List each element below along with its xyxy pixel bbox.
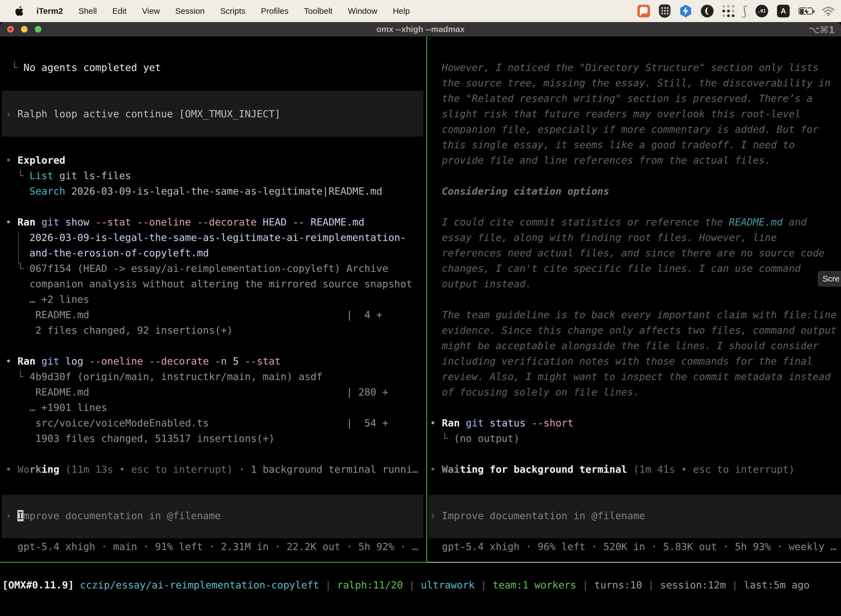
moon-icon[interactable] xyxy=(701,5,714,18)
menu-item-scripts[interactable]: Scripts xyxy=(212,6,253,16)
omx-status-bar: [OMX#0.11.9] cczip/essay/ai-reimplementa… xyxy=(2,577,810,593)
menu-item-toolbelt[interactable]: Toolbelt xyxy=(296,6,340,16)
terminal-line: including verification notes with those … xyxy=(430,353,813,369)
hex-bolt-icon[interactable] xyxy=(679,5,692,18)
terminal-line: output instead. xyxy=(430,276,532,292)
terminal-line: essay file, along with finding root file… xyxy=(430,230,777,245)
terminal-line: └ List git ls-files xyxy=(6,168,131,183)
terminal-line: of focusing solely on file lines. xyxy=(430,384,639,400)
keyboard-a-icon[interactable]: A xyxy=(777,5,790,18)
pane-border-bottom-active xyxy=(0,562,426,563)
circle-61-icon[interactable]: ..61 xyxy=(756,5,768,18)
hook-icon[interactable]: ʃ xyxy=(743,5,747,18)
terminal-line: I could cite commit statistics or refere… xyxy=(430,214,806,230)
pane-border-bottom-inactive xyxy=(427,562,841,563)
terminal-line: companion analysis without altering the … xyxy=(6,276,412,292)
terminal-line: 1903 files changed, 513517 insertions(+) xyxy=(6,431,274,446)
terminal-line: The team guideline is to back every impo… xyxy=(430,307,837,323)
terminal-line: companion file, especially if more comme… xyxy=(430,122,819,137)
menu-bar: iTerm2ShellEditViewSessionScriptsProfile… xyxy=(0,0,841,22)
battery-icon[interactable] xyxy=(799,7,813,15)
apple-logo-icon[interactable] xyxy=(14,6,24,16)
terminal-line: • Ran git log --oneline --decorate -n 5 … xyxy=(6,353,281,369)
terminal-line: this single essay, it seems like a good … xyxy=(430,137,795,153)
menu-item-view[interactable]: View xyxy=(134,6,167,16)
terminal-line: … +2 lines xyxy=(6,292,89,307)
terminal-line: › Improve documentation in @filename xyxy=(430,508,645,524)
menu-item-shell[interactable]: Shell xyxy=(70,6,105,16)
terminal-line: gpt-5.4 xhigh · 96% left · 520K in · 5.8… xyxy=(430,539,837,554)
menu-item-help[interactable]: Help xyxy=(385,6,418,16)
terminal-line: However, I noticed the "Directory Struct… xyxy=(430,60,819,75)
terminal-line: gpt-5.4 xhigh · main · 91% left · 2.31M … xyxy=(6,539,418,554)
terminal-line: evidence. Since this change only affects… xyxy=(430,323,837,338)
terminal-line: › Improve documentation in @filename xyxy=(6,508,221,524)
terminal-line: Search 2026-03-09-is-legal-the-same-as-l… xyxy=(6,183,382,199)
terminal-line: README.md | 280 + xyxy=(6,384,388,400)
menu-item-iterm2[interactable]: iTerm2 xyxy=(37,6,70,16)
window-title: omx --xhigh --madmax xyxy=(0,25,841,34)
terminal-line: the source tree, missing the essay. Stil… xyxy=(430,75,831,91)
terminal-line: Considering citation options xyxy=(430,183,609,199)
terminal-line: src/voice/voiceModeEnabled.ts | 54 + xyxy=(6,415,388,431)
chat-icon[interactable] xyxy=(637,5,650,18)
terminal-line: └ (no output) xyxy=(430,431,520,446)
terminal-line: • Waiting for background terminal (1m 41… xyxy=(430,462,795,477)
terminal-line: review. Also, I might want to inspect th… xyxy=(430,369,831,384)
terminal-line: references need actual files, and since … xyxy=(430,245,825,261)
terminal-line: 2 files changed, 92 insertions(+) xyxy=(6,323,233,338)
terminal-line: • Ran git status --short xyxy=(430,415,573,431)
menu-item-edit[interactable]: Edit xyxy=(105,6,134,16)
terminal-line: might be acceptable alongside the file l… xyxy=(430,338,819,353)
wifi-icon[interactable] xyxy=(822,6,835,16)
screen-overlay-tooltip: Scre xyxy=(818,271,841,286)
terminal-line: the "Related research writing" section i… xyxy=(430,91,813,106)
dots-grid-icon[interactable] xyxy=(722,5,734,17)
terminal-line: 2026-03-09-is-legal-the-same-as-legitima… xyxy=(6,230,406,245)
terminal-line: changes, I can't cite specific file line… xyxy=(430,261,801,276)
menu-items: iTerm2ShellEditViewSessionScriptsProfile… xyxy=(37,6,418,16)
terminal-area: └ No agents completed yet› Ralph loop ac… xyxy=(0,37,841,616)
terminal-line: … +1901 lines xyxy=(6,400,107,415)
terminal-line: slight risk that future readers may over… xyxy=(430,106,801,122)
iterm-window: omx --xhigh --madmax ⌥⌘1 └ No agents com… xyxy=(0,22,841,616)
terminal-line: README.md | 4 + xyxy=(6,307,382,323)
menu-status-icons: ʃ ..61 A xyxy=(637,4,841,18)
terminal-line: • Working (11m 13s • esc to interrupt) ·… xyxy=(6,462,418,477)
shield-grid-icon[interactable] xyxy=(659,4,671,18)
terminal-line: • Explored xyxy=(6,153,65,168)
window-shortcut-badge: ⌥⌘1 xyxy=(809,24,835,35)
terminal-line: and-the-erosion-of-copyleft.md xyxy=(6,245,209,261)
terminal-line: • Ran git show --stat --oneline --decora… xyxy=(6,214,365,230)
pane-divider-vertical[interactable] xyxy=(426,37,427,562)
window-title-bar[interactable]: omx --xhigh --madmax ⌥⌘1 xyxy=(0,22,841,37)
menu-item-profiles[interactable]: Profiles xyxy=(253,6,296,16)
terminal-line: └ 4b9d30f (origin/main, instructkr/main,… xyxy=(6,369,322,384)
menu-item-session[interactable]: Session xyxy=(167,6,212,16)
terminal-line: └ No agents completed yet xyxy=(6,60,161,75)
terminal-line: › Ralph loop active continue [OMX_TMUX_I… xyxy=(6,106,281,122)
terminal-line: └ 067f154 (HEAD -> essay/ai-reimplementa… xyxy=(6,261,388,276)
menu-item-window[interactable]: Window xyxy=(340,6,385,16)
terminal-line: provide file and line references from th… xyxy=(430,153,771,168)
